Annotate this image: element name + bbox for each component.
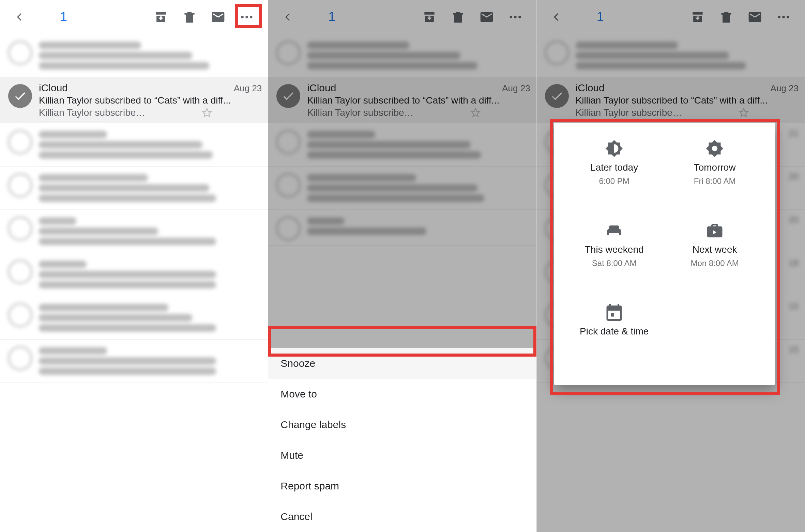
email-snippet: Killian Taylor subscribed to “Cats”. The… [39,107,149,118]
back-button[interactable] [14,11,26,23]
weekend-icon [604,220,624,241]
next-week-icon [704,220,725,241]
tomorrow-icon [704,138,725,159]
selection-count: 1 [60,10,67,24]
calendar-icon [604,302,624,323]
email-row-blurred[interactable] [0,340,268,383]
mark-unread-icon[interactable] [211,10,226,25]
selected-check-icon[interactable] [8,84,32,108]
email-subject: Killian Taylor subscribed to “Cats” with… [39,95,262,106]
more-actions-sheet: Snooze Move to Change labels Mute Report… [268,348,536,532]
archive-icon[interactable] [153,10,168,25]
screenshot-pane-1: 1 iCloud Aug 23 [0,0,268,532]
email-row-blurred[interactable] [0,253,268,296]
snooze-later-today[interactable]: Later today 6:00 PM [564,138,665,205]
menu-mute[interactable]: Mute [268,440,536,471]
selection-toolbar: 1 [0,0,268,34]
snooze-this-weekend[interactable]: This weekend Sat 8:00 AM [564,220,665,287]
snooze-picker-dialog: Later today 6:00 PM Tomorrow Fri 8:00 AM… [554,123,775,385]
email-row-selected[interactable]: iCloud Aug 23 Killian Taylor subscribed … [0,77,268,123]
snooze-next-week[interactable]: Next week Mon 8:00 AM [665,220,765,287]
email-row-blurred[interactable] [0,34,268,77]
menu-move-to[interactable]: Move to [268,379,536,409]
email-row-blurred[interactable] [0,123,268,167]
email-row-blurred[interactable] [0,167,268,210]
trash-icon[interactable] [182,10,197,25]
screenshot-pane-2: 1 iCloud Aug 23 Killian Taylor subscribe… [268,0,536,532]
email-row-blurred[interactable] [0,210,268,253]
email-row-blurred[interactable] [0,296,268,340]
snooze-pick-date-time[interactable]: Pick date & time [564,302,665,369]
menu-snooze[interactable]: Snooze [268,348,536,379]
email-date: Aug 23 [234,83,262,94]
menu-change-labels[interactable]: Change labels [268,409,536,440]
snooze-tomorrow[interactable]: Tomorrow Fri 8:00 AM [665,138,765,205]
screenshot-pane-3: 1 iCloud Aug 23 Killian Taylor subscribe… [537,0,805,532]
sender-name: iCloud [39,82,68,94]
menu-cancel[interactable]: Cancel [268,501,536,532]
menu-report-spam[interactable]: Report spam [268,471,536,501]
star-icon[interactable] [152,108,262,118]
email-list: iCloud Aug 23 Killian Taylor subscribed … [0,34,268,383]
later-today-icon [604,138,624,159]
more-icon[interactable] [239,10,254,25]
